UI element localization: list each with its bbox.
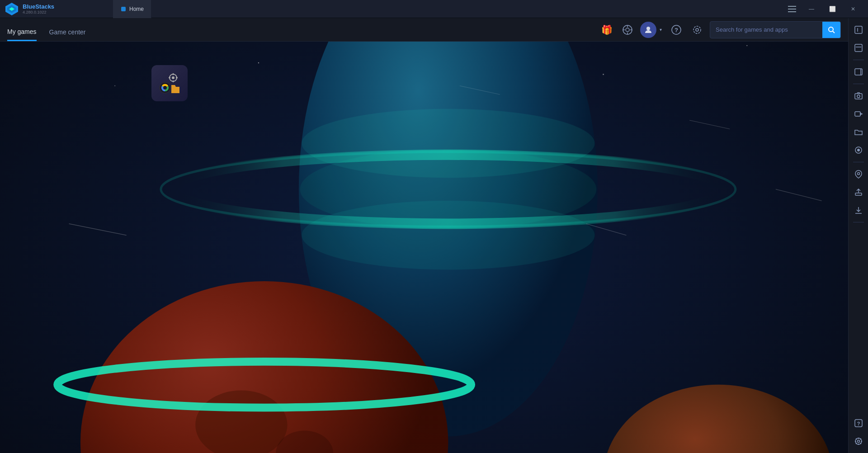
- settings-circle-button[interactable]: [619, 22, 636, 38]
- svg-point-30: [258, 62, 259, 64]
- resize-horizontal-button[interactable]: [850, 22, 867, 38]
- logo-text: BlueStacks 4.280.0.1022: [23, 3, 54, 14]
- help-icon: ?: [671, 25, 681, 35]
- svg-point-16: [693, 26, 701, 33]
- import-button[interactable]: [850, 184, 867, 200]
- minimize-button[interactable]: —: [801, 0, 822, 18]
- window-controls: — ⬜ ✕: [801, 0, 863, 18]
- search-button[interactable]: [822, 22, 840, 38]
- video-button[interactable]: [850, 106, 867, 122]
- camera-icon: [854, 91, 863, 100]
- screenshot-button[interactable]: [850, 88, 867, 104]
- titlebar: BlueStacks 4.280.0.1022 Home — ⬜ ✕: [0, 0, 868, 18]
- help-bottom-button[interactable]: ?: [850, 415, 867, 431]
- resize-vertical-button[interactable]: [850, 40, 867, 56]
- system-apps-icon: [151, 65, 188, 101]
- svg-point-13: [646, 27, 650, 30]
- svg-point-75: [163, 86, 167, 90]
- right-sidebar: ?: [848, 18, 868, 453]
- svg-text:?: ?: [675, 27, 678, 33]
- video-icon: [854, 109, 863, 118]
- tablet-icon: [854, 67, 863, 76]
- svg-point-87: [857, 149, 860, 151]
- svg-point-83: [857, 95, 860, 98]
- logo-area: BlueStacks 4.280.0.1022: [5, 2, 113, 16]
- sidebar-divider-4: [853, 222, 864, 222]
- import-icon: [854, 188, 863, 197]
- svg-marker-85: [860, 113, 862, 115]
- games-content: Personalize ⊞: [0, 42, 848, 453]
- home-tab-icon: [120, 6, 127, 12]
- svg-point-68: [172, 76, 175, 79]
- svg-rect-4: [788, 6, 796, 7]
- svg-point-17: [696, 28, 698, 31]
- record-icon: [854, 146, 863, 155]
- svg-point-27: [746, 45, 747, 46]
- svg-point-88: [857, 173, 859, 175]
- download-icon: [854, 206, 863, 215]
- gift-icon: 🎁: [601, 24, 613, 35]
- sidebar-divider-1: [853, 60, 864, 60]
- search-icon: [828, 26, 835, 33]
- svg-point-31: [603, 74, 604, 75]
- svg-rect-3: [121, 7, 126, 11]
- svg-point-94: [857, 440, 859, 443]
- search-input[interactable]: [710, 23, 822, 37]
- hamburger-menu[interactable]: [783, 0, 801, 18]
- tab-area: Home: [113, 0, 783, 18]
- svg-point-8: [626, 28, 629, 32]
- maximize-button[interactable]: ⬜: [822, 0, 843, 18]
- help-bottom-icon: ?: [854, 419, 863, 428]
- settings-bottom-icon: [854, 437, 863, 446]
- location-button[interactable]: [850, 166, 867, 182]
- folder-icon: [854, 127, 863, 137]
- main-layout: My games Game center 🎁: [0, 18, 868, 453]
- tablet-mode-button[interactable]: [850, 64, 867, 80]
- svg-rect-6: [788, 11, 796, 12]
- svg-rect-76: [855, 26, 862, 33]
- sidebar-divider-2: [853, 84, 864, 84]
- bluestacks-logo-icon: [5, 2, 19, 16]
- refresh-button[interactable]: [689, 22, 705, 38]
- gift-button[interactable]: 🎁: [599, 22, 615, 38]
- home-tab[interactable]: Home: [113, 0, 151, 18]
- profile-area: ▾: [640, 22, 664, 38]
- svg-point-18: [829, 27, 833, 32]
- close-button[interactable]: ✕: [843, 0, 863, 18]
- settings-circle-icon: [623, 25, 632, 35]
- logo-version: 4.280.0.1022: [23, 10, 54, 14]
- profile-icon: [644, 26, 652, 34]
- profile-button[interactable]: [640, 22, 656, 38]
- help-button[interactable]: ?: [668, 22, 684, 38]
- svg-point-35: [302, 201, 594, 270]
- svg-point-29: [114, 85, 115, 86]
- svg-rect-78: [855, 44, 862, 52]
- tab-my-games[interactable]: My games: [7, 23, 37, 41]
- settings-bottom-button[interactable]: [850, 433, 867, 449]
- svg-rect-89: [855, 193, 862, 195]
- home-tab-label: Home: [129, 6, 144, 12]
- profile-dropdown-arrow[interactable]: ▾: [657, 27, 664, 33]
- record-button[interactable]: [850, 142, 867, 158]
- folder-button[interactable]: [850, 124, 867, 140]
- tab-game-center[interactable]: Game center: [49, 23, 86, 41]
- header-toolbar: My games Game center 🎁: [0, 18, 848, 42]
- logo-name: BlueStacks: [23, 3, 54, 10]
- space-background: [0, 42, 848, 453]
- svg-text:?: ?: [857, 421, 860, 426]
- hamburger-icon: [788, 6, 796, 12]
- svg-line-19: [833, 31, 835, 33]
- download-button[interactable]: [850, 202, 867, 218]
- resize-h-icon: [854, 25, 863, 34]
- location-icon: [854, 170, 863, 179]
- content-area: My games Game center 🎁: [0, 18, 848, 453]
- resize-v-icon: [854, 43, 863, 52]
- refresh-icon: [693, 25, 702, 34]
- svg-rect-82: [855, 94, 862, 99]
- search-container: [710, 21, 841, 38]
- svg-rect-84: [855, 112, 860, 116]
- sidebar-divider-3: [853, 162, 864, 162]
- svg-rect-5: [788, 9, 796, 9]
